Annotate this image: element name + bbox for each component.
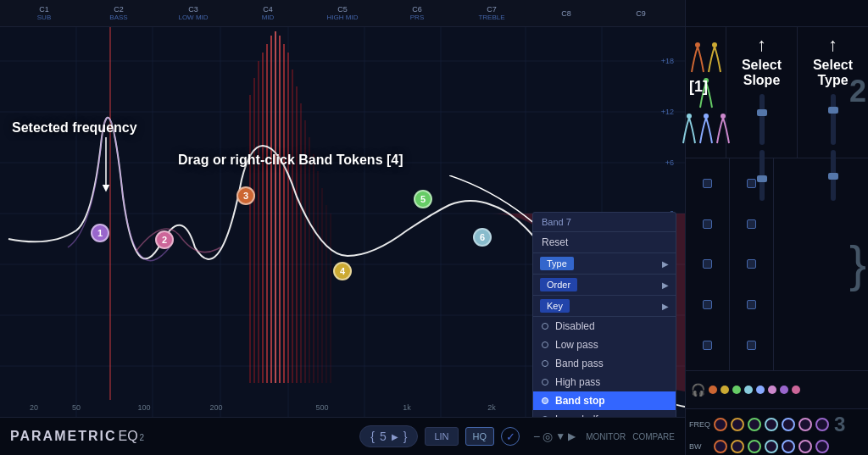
radio-lowshelf (542, 416, 548, 417)
band-dot-4[interactable] (744, 386, 753, 394)
freq-knob-3[interactable] (748, 418, 761, 431)
band-sq-7[interactable] (747, 219, 756, 229)
radio-disabled (542, 323, 548, 330)
band-icon-2[interactable] (707, 40, 722, 74)
freq-sublabel-3: LOW MID (156, 14, 231, 21)
type-slider-1[interactable] (831, 94, 836, 145)
hq-button[interactable]: HQ (465, 427, 495, 446)
right-icon[interactable]: ▶ (568, 430, 576, 442)
ctx-option-disabled[interactable]: Disabled (533, 317, 676, 336)
band-dot-3[interactable] (732, 386, 741, 394)
band-sq-4[interactable] (703, 300, 712, 309)
radio-bandstop (542, 397, 548, 404)
band-token-5[interactable]: 5 (414, 190, 432, 208)
ctx-type-label: Type (540, 257, 574, 270)
ctx-option-lowpass-text: Low pass (555, 339, 598, 351)
band-sq-5[interactable] (703, 341, 712, 350)
svg-text:+6: +6 (665, 158, 674, 167)
freq-knob-6[interactable] (798, 418, 812, 431)
app-title: PARAMETRIC EQ 2 (10, 429, 144, 444)
band-sq-8[interactable] (747, 259, 756, 269)
svg-point-56 (704, 114, 709, 119)
bw-knob-6[interactable] (798, 440, 812, 453)
band-dot-7[interactable] (780, 386, 788, 394)
svg-text:+18: +18 (661, 57, 674, 65)
freq-knob-2[interactable] (731, 418, 744, 431)
check-button[interactable]: ✓ (501, 427, 520, 446)
band-sq-10[interactable] (747, 341, 756, 350)
context-menu[interactable]: Band 7 Reset Type ▶ Order ▶ Key ▶ (532, 212, 676, 417)
band-sq-6[interactable] (747, 179, 756, 188)
band-token-1[interactable]: 1 (91, 224, 109, 242)
bw-knob-5[interactable] (782, 440, 795, 453)
band-token-2[interactable]: 2 (155, 230, 174, 249)
ctx-option-highpass[interactable]: High pass (533, 373, 676, 391)
bw-knob-4[interactable] (765, 440, 778, 453)
band-sq-2[interactable] (703, 219, 712, 229)
ctx-reset-btn[interactable]: Reset (533, 232, 676, 253)
headphone-icon[interactable]: 🎧 (691, 383, 705, 397)
band-dot-6[interactable] (768, 386, 776, 394)
radio-highpass (542, 379, 548, 386)
svg-point-57 (721, 114, 726, 119)
freq-knob-7[interactable] (815, 418, 829, 431)
slope-slider-1[interactable] (760, 94, 765, 145)
freq-label-c2: C2 (81, 5, 156, 14)
minus-icon[interactable]: − (533, 430, 540, 443)
svg-text:20: 20 (30, 403, 38, 412)
bottom-bar: PARAMETRIC EQ 2 { 5 ▶ } LIN HQ ✓ − ◎ ▼ ▶… (0, 417, 685, 455)
freq-knob-5[interactable] (782, 418, 795, 431)
ctx-option-lowpass[interactable]: Low pass (533, 336, 676, 354)
ctx-option-bandpass-text: Band pass (555, 358, 604, 369)
bw-knob-3[interactable] (748, 440, 761, 453)
select-type-arrow: ↑ (828, 34, 837, 56)
svg-text:500: 500 (315, 403, 328, 412)
preset-badge[interactable]: { 5 ▶ } (359, 425, 418, 447)
down-icon[interactable]: ▼ (555, 430, 565, 442)
radio-bandpass (542, 360, 548, 367)
freq-label-c5: C5 (305, 5, 380, 14)
ctx-order-row[interactable]: Order ▶ (533, 275, 676, 296)
band-dot-5[interactable] (756, 386, 765, 394)
drag-tip-annotation: Drag or right-click Band Tokens [4] (178, 153, 403, 168)
lin-button[interactable]: LIN (425, 427, 458, 446)
play-icon[interactable]: ▶ (392, 432, 398, 441)
ctx-option-bandstop[interactable]: Band stop (533, 391, 676, 410)
freq-knob-1[interactable] (714, 418, 727, 431)
freq-label-c1: C1 (7, 5, 81, 14)
vol-icon[interactable]: ◎ (542, 430, 553, 443)
select-slope-arrow: ↑ (757, 34, 766, 56)
bw-knob-7[interactable] (815, 440, 829, 453)
band-token-6[interactable]: 6 (473, 228, 492, 247)
freq-sublabel-4: MID (231, 14, 305, 21)
band-sq-3[interactable] (703, 259, 712, 269)
freq-label-c8: C8 (529, 9, 604, 18)
ctx-option-bandpass[interactable]: Band pass (533, 354, 676, 373)
bw-knob-label: BW (689, 442, 710, 451)
preset-num: 5 (380, 430, 387, 443)
band-token-4[interactable]: 4 (333, 262, 352, 280)
band-sq-1[interactable] (703, 179, 712, 188)
band-dot-8[interactable] (792, 386, 800, 394)
band-icon-1[interactable] (690, 40, 705, 74)
svg-text:2k: 2k (487, 403, 496, 412)
svg-text:100: 100 (137, 403, 150, 412)
compare-label: COMPARE (632, 432, 675, 441)
band-dot-1[interactable] (709, 386, 717, 394)
band-token-3[interactable]: 3 (236, 186, 255, 205)
ctx-key-row[interactable]: Key ▶ (533, 296, 676, 317)
ctx-band-title: Band 7 (533, 213, 676, 232)
freq-knob-4[interactable] (765, 418, 778, 431)
select-slope-label: Select Slope (730, 58, 793, 87)
ctx-type-row[interactable]: Type ▶ (533, 253, 676, 275)
freq-sublabel-7: TREBLE (454, 14, 529, 21)
monitor-label: MONITOR (586, 432, 626, 441)
bw-knob-2[interactable] (731, 440, 744, 453)
band-dot-2[interactable] (721, 386, 729, 394)
ctx-option-lowshelf[interactable]: Low shelf (533, 410, 676, 417)
band-sq-9[interactable] (747, 300, 756, 309)
selected-freq-text: Setected frequency (12, 120, 137, 135)
band-icon-5[interactable] (698, 111, 714, 145)
band-icon-4[interactable] (682, 111, 697, 145)
bw-knob-1[interactable] (714, 440, 727, 453)
